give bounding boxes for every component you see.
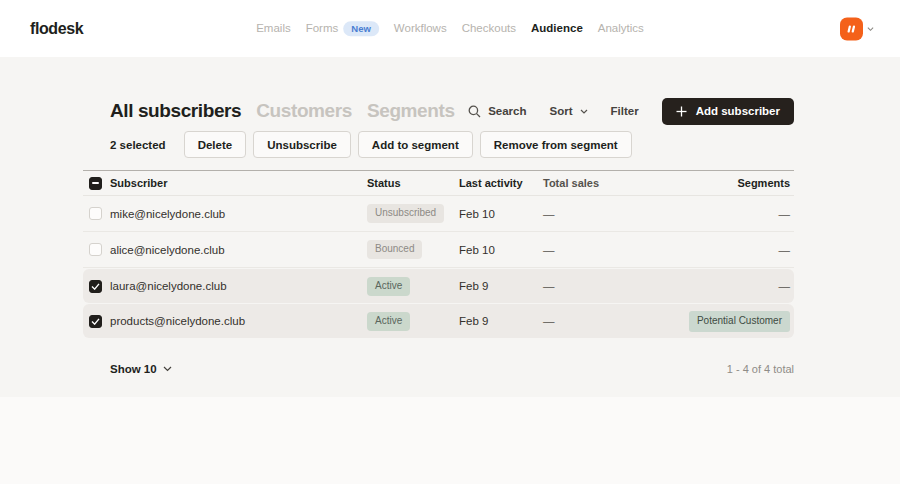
title-row: All subscribers Customers Segments Searc… bbox=[83, 97, 794, 125]
add-subscriber-label: Add subscriber bbox=[696, 105, 780, 117]
account-menu[interactable] bbox=[840, 17, 874, 40]
nav-item-emails[interactable]: Emails bbox=[256, 23, 291, 35]
add-to-segment-button[interactable]: Add to segment bbox=[358, 131, 473, 158]
main-nav: Emails Forms New Workflows Checkouts Aud… bbox=[256, 21, 644, 37]
chevron-down-icon bbox=[163, 366, 172, 372]
page-size-select[interactable]: Show 10 bbox=[110, 363, 172, 375]
search-label: Search bbox=[488, 105, 526, 117]
unsubscribe-button[interactable]: Unsubscribe bbox=[253, 131, 351, 158]
tab-customers[interactable]: Customers bbox=[256, 100, 352, 122]
delete-button[interactable]: Delete bbox=[184, 131, 247, 158]
nav-item-analytics[interactable]: Analytics bbox=[598, 23, 644, 35]
sort-label: Sort bbox=[550, 105, 573, 117]
search-control[interactable]: Search bbox=[468, 105, 526, 118]
column-subscriber: Subscriber bbox=[110, 177, 367, 189]
page-size-label: Show 10 bbox=[110, 363, 157, 375]
segments-cell: — bbox=[643, 280, 794, 292]
chevron-down-icon bbox=[867, 26, 874, 31]
segments-cell: — bbox=[643, 208, 794, 220]
chevron-down-icon bbox=[580, 109, 588, 114]
tab-all-subscribers[interactable]: All subscribers bbox=[110, 100, 241, 122]
table-row[interactable]: laura@nicelydone.club Active Feb 9 — — bbox=[83, 269, 794, 303]
filter-control[interactable]: Filter bbox=[611, 105, 639, 117]
last-activity: Feb 9 bbox=[459, 315, 543, 327]
subscribers-table: Subscriber Status Last activity Total sa… bbox=[83, 170, 794, 338]
last-activity: Feb 10 bbox=[459, 244, 543, 256]
flodesk-mark-icon bbox=[844, 21, 859, 36]
nav-item-checkouts[interactable]: Checkouts bbox=[462, 23, 516, 35]
nav-item-forms-group[interactable]: Forms New bbox=[306, 21, 379, 37]
add-subscriber-button[interactable]: Add subscriber bbox=[662, 98, 794, 125]
table-row[interactable]: products@nicelydone.club Active Feb 9 — … bbox=[83, 304, 794, 338]
total-sales: — bbox=[543, 280, 643, 292]
search-icon bbox=[468, 105, 481, 118]
column-segments: Segments bbox=[643, 177, 794, 189]
nav-item-workflows[interactable]: Workflows bbox=[394, 23, 447, 35]
select-all-checkbox[interactable] bbox=[89, 177, 102, 190]
subscriber-email: mike@nicelydone.club bbox=[110, 208, 367, 220]
audience-panel: All subscribers Customers Segments Searc… bbox=[0, 57, 900, 397]
total-sales: — bbox=[543, 244, 643, 256]
selected-count: 2 selected bbox=[110, 139, 166, 151]
total-sales: — bbox=[543, 208, 643, 220]
tab-segments[interactable]: Segments bbox=[367, 100, 455, 122]
account-avatar[interactable] bbox=[840, 17, 863, 40]
table-footer: Show 10 1 - 4 of 4 total bbox=[83, 363, 794, 375]
status-badge: Bounced bbox=[367, 240, 422, 259]
subscriber-email: alice@nicelydone.club bbox=[110, 244, 367, 256]
sort-control[interactable]: Sort bbox=[550, 105, 588, 117]
plus-icon bbox=[676, 106, 687, 117]
pagination-range: 1 - 4 of 4 total bbox=[727, 363, 794, 375]
new-badge: New bbox=[343, 21, 379, 37]
table-header: Subscriber Status Last activity Total sa… bbox=[83, 170, 794, 196]
status-badge: Unsubscribed bbox=[367, 204, 444, 223]
nav-item-forms[interactable]: Forms bbox=[306, 23, 339, 35]
segment-badge: Potential Customer bbox=[689, 311, 790, 332]
subscriber-email: laura@nicelydone.club bbox=[110, 280, 367, 292]
column-status: Status bbox=[367, 177, 459, 189]
top-navigation-bar: flodesk Emails Forms New Workflows Check… bbox=[0, 0, 900, 57]
bulk-action-row: 2 selected Delete Unsubscribe Add to seg… bbox=[83, 131, 794, 158]
column-total-sales: Total sales bbox=[543, 177, 643, 189]
last-activity: Feb 9 bbox=[459, 280, 543, 292]
table-row[interactable]: mike@nicelydone.club Unsubscribed Feb 10… bbox=[83, 196, 794, 232]
subscribers-page: flodesk Emails Forms New Workflows Check… bbox=[0, 0, 900, 484]
row-checkbox[interactable] bbox=[89, 280, 102, 293]
status-badge: Active bbox=[367, 277, 410, 296]
total-sales: — bbox=[543, 315, 643, 327]
row-checkbox[interactable] bbox=[89, 315, 102, 328]
last-activity: Feb 10 bbox=[459, 208, 543, 220]
nav-item-audience[interactable]: Audience bbox=[531, 23, 583, 35]
subscriber-email: products@nicelydone.club bbox=[110, 315, 367, 327]
flodesk-logo[interactable]: flodesk bbox=[30, 20, 83, 38]
segments-cell: — bbox=[643, 244, 794, 256]
filter-label: Filter bbox=[611, 105, 639, 117]
table-row[interactable]: alice@nicelydone.club Bounced Feb 10 — — bbox=[83, 232, 794, 268]
row-checkbox[interactable] bbox=[89, 207, 102, 220]
row-checkbox[interactable] bbox=[89, 243, 102, 256]
status-badge: Active bbox=[367, 312, 410, 331]
audience-tabs: All subscribers Customers Segments bbox=[110, 100, 455, 122]
list-toolbar: Search Sort Filter Add subscriber bbox=[468, 98, 794, 125]
remove-from-segment-button[interactable]: Remove from segment bbox=[480, 131, 632, 158]
column-last-activity: Last activity bbox=[459, 177, 543, 189]
